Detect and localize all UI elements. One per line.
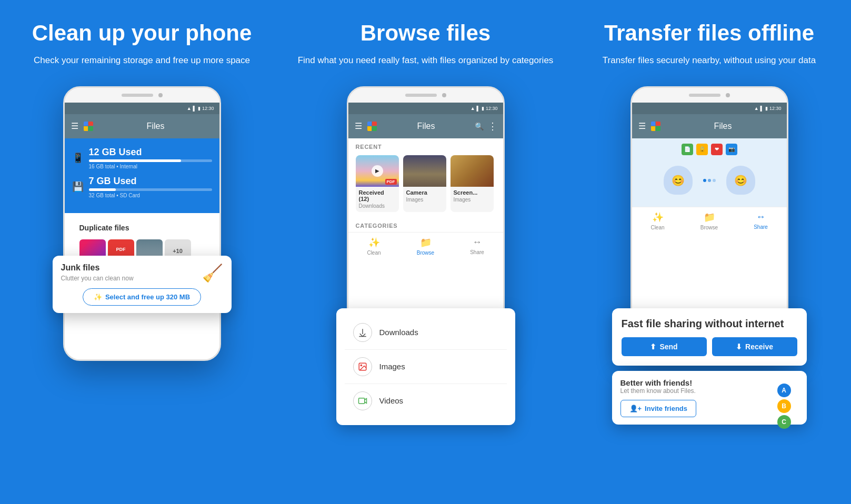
- cat-downloads[interactable]: Downloads: [345, 316, 507, 350]
- nav-browse-b[interactable]: 📁 Browse: [400, 233, 452, 259]
- battery-icon: ▮: [198, 106, 201, 111]
- phone-clean: ▲ ▌ ▮ 12:30 ☰ Files: [58, 86, 226, 493]
- avatar-yellow: B: [777, 399, 791, 413]
- cat-videos[interactable]: Videos: [345, 384, 507, 418]
- nav-share-b[interactable]: ↔ Share: [452, 233, 503, 259]
- recent-item-downloads[interactable]: ▶ PDF Received (12) Downloads: [356, 155, 399, 212]
- clean-icon-t: ✨: [652, 211, 664, 223]
- phone-camera: [158, 93, 163, 97]
- hamburger-icon[interactable]: ☰: [71, 121, 78, 131]
- status-bar-transfer: ▲ ▌ ▮ 12:30: [632, 103, 787, 114]
- panel-clean-title: Clean up your phone: [32, 21, 252, 45]
- status-icons-transfer: ▲ ▌ ▮ 12:30: [754, 106, 782, 111]
- storage-bar-fill-sd: [89, 188, 116, 191]
- browse-label-t: Browse: [700, 225, 718, 230]
- share-icon-b: ↔: [473, 237, 482, 248]
- app-bar-browse: ☰ Files 🔍 ⋮: [348, 114, 503, 138]
- receive-button[interactable]: ⬇ Receive: [712, 337, 797, 356]
- logo-yellow-t: [651, 126, 656, 131]
- avatar-blue: A: [777, 384, 791, 397]
- ghost-left: 😊: [664, 166, 693, 195]
- clean-icon-b: ✨: [368, 237, 380, 248]
- files-logo-browse: [366, 120, 378, 132]
- recent-cat-screen: Images: [450, 197, 494, 206]
- phone-content-clean: 📱 12 GB Used 16 GB total • Internal 💾: [65, 138, 219, 359]
- panel-browse-subtitle: Find what you need really fast, with fil…: [298, 54, 554, 67]
- friends-card-inner: Better with friends! Let them know about…: [620, 378, 798, 417]
- junk-title: Junk files: [61, 263, 134, 273]
- phone-speaker: [122, 94, 153, 97]
- status-bar-clean: ▲ ▌ ▮ 12:30: [65, 103, 219, 114]
- files-logo: [83, 120, 94, 132]
- recent-grid: ▶ PDF Received (12) Downloads Camera Ima…: [348, 153, 503, 217]
- nav-clean-t[interactable]: ✨ Clean: [632, 207, 684, 234]
- more-icon[interactable]: ⋮: [488, 120, 497, 132]
- cat-download-icon: [353, 323, 372, 342]
- file-icon-blue: 📷: [726, 144, 737, 155]
- status-time: 12:30: [202, 106, 214, 111]
- ghost-right: 😊: [726, 166, 755, 195]
- nav-share-t[interactable]: ↔ Share: [735, 207, 787, 234]
- signal-icon: ▌: [193, 106, 196, 111]
- logo-green: [88, 126, 93, 131]
- junk-card: Junk files Clutter you can clean now 🧹 ✨…: [53, 256, 232, 313]
- free-up-button[interactable]: ✨ Select and free up 320 MB: [83, 288, 201, 306]
- status-bar-browse: ▲ ▌ ▮ 12:30: [348, 103, 503, 114]
- app-title-clean: Files: [98, 122, 213, 131]
- phone-notch: [65, 88, 219, 103]
- recent-label: RECENT: [348, 138, 503, 153]
- storage-bar-bg-sd: [89, 188, 212, 191]
- clean-label-b: Clean: [367, 250, 381, 256]
- logo-blue-b: [367, 122, 372, 126]
- recent-cat-camera: Images: [403, 197, 446, 206]
- app-title-transfer: Files: [666, 122, 780, 131]
- sd-storage-icon: 💾: [72, 181, 84, 193]
- categories-card: Downloads Images: [336, 308, 515, 425]
- share-label-b: Share: [470, 249, 484, 255]
- panel-transfer-title: Transfer files offline: [604, 21, 814, 45]
- file-icon-red: ❤: [711, 144, 723, 155]
- phone-notch-browse: [348, 88, 503, 103]
- app-bar-transfer: ☰ Files: [632, 114, 787, 138]
- nav-clean-b[interactable]: ✨ Clean: [348, 233, 400, 259]
- recent-thumb-downloads: ▶ PDF: [356, 155, 399, 187]
- bottom-nav-browse: ✨ Clean 📁 Browse ↔ Share: [348, 232, 503, 259]
- file-icon-green: 📄: [682, 144, 693, 155]
- clean-label-t: Clean: [650, 225, 664, 230]
- logo-red-b: [372, 122, 377, 126]
- cat-images[interactable]: Images: [345, 350, 507, 384]
- signal-icon-transfer: ▌: [760, 106, 764, 111]
- friends-title: Better with friends!: [620, 378, 798, 387]
- share-card: Fast file sharing without internet ⬆ Sen…: [612, 308, 807, 366]
- browse-label-b: Browse: [417, 250, 434, 256]
- logo-red-t: [656, 122, 660, 126]
- signal-icon-browse: ▌: [477, 106, 480, 111]
- files-logo-transfer: [650, 120, 662, 132]
- phone-transfer: ▲ ▌ ▮ 12:30 ☰ Files: [625, 86, 794, 493]
- recent-name-screen: Screen...: [450, 187, 494, 197]
- storage-sd-gb: 7 GB Used: [89, 176, 212, 187]
- transfer-illustration: 📄 🔒 ❤ 📷 😊: [632, 138, 787, 207]
- search-icon[interactable]: 🔍: [475, 122, 484, 130]
- hamburger-icon-transfer[interactable]: ☰: [638, 121, 646, 131]
- free-up-label: Select and free up 320 MB: [105, 293, 190, 301]
- storage-bar-fill-int: [89, 159, 182, 162]
- junk-illustration: 🧹: [202, 263, 223, 283]
- recent-item-screen[interactable]: Screen... Images: [450, 155, 494, 212]
- panel-transfer: Transfer files offline Transfer files se…: [567, 0, 851, 504]
- transfer-dots: [703, 179, 716, 182]
- nav-browse-t[interactable]: 📁 Browse: [684, 207, 735, 234]
- phone-storage-icon: 📱: [72, 152, 84, 164]
- hamburger-icon-browse[interactable]: ☰: [355, 121, 362, 131]
- share-buttons: ⬆ Send ⬇ Receive: [622, 337, 797, 356]
- phone-browse: ▲ ▌ ▮ 12:30 ☰ Files 🔍: [342, 86, 510, 493]
- send-button[interactable]: ⬆ Send: [622, 337, 707, 356]
- panel-transfer-subtitle: Transfer files securely nearby, without …: [603, 54, 816, 67]
- status-icons-browse: ▲ ▌ ▮ 12:30: [470, 106, 498, 111]
- share-label-t: Share: [754, 224, 768, 230]
- recent-item-camera[interactable]: Camera Images: [403, 155, 446, 212]
- invite-label: Invite friends: [645, 405, 687, 412]
- avatar-green: C: [777, 415, 791, 429]
- app-bar-clean: ☰ Files: [65, 114, 219, 138]
- invite-friends-button[interactable]: 👤+ Invite friends: [620, 400, 697, 417]
